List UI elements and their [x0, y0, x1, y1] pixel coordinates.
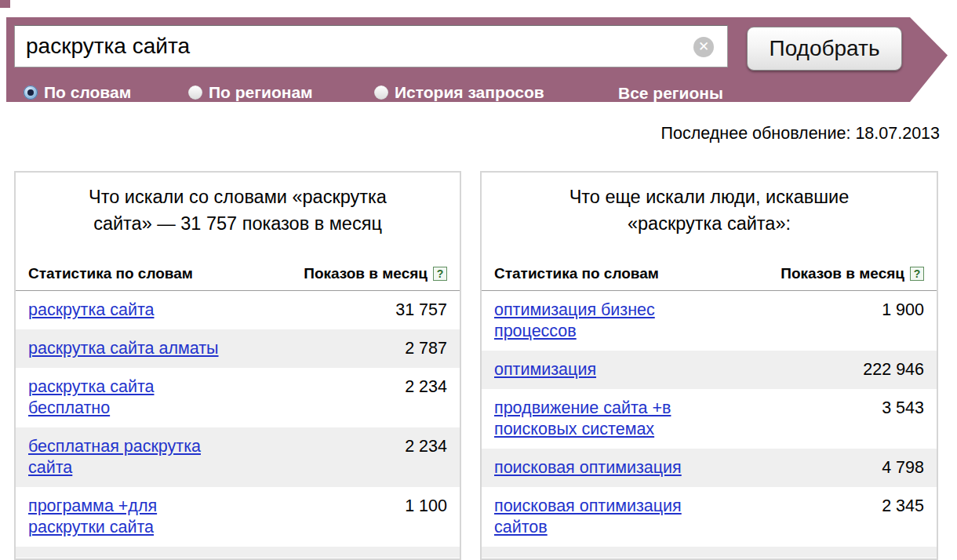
submit-button[interactable]: Подобрать: [747, 27, 902, 71]
table-row: поисковая оптимизация сайтов 2 345: [482, 487, 937, 547]
shows-value: 3 543: [882, 398, 924, 419]
banner-corner-fragment: [0, 0, 10, 8]
radio-query-history[interactable]: История запросов: [374, 83, 544, 102]
radio-by-words-label: По словам: [44, 83, 131, 102]
table-row: поисковая оптимизация 4 798: [482, 449, 937, 487]
search-banner: ✕ Подобрать По словам По регионам Истори…: [6, 17, 948, 102]
help-icon[interactable]: ?: [433, 267, 447, 281]
shows-value: 222 946: [863, 359, 924, 380]
shows-value: 1 900: [882, 300, 924, 321]
radio-query-history-label: История запросов: [395, 83, 544, 102]
panel-title: Что еще искали люди, искавшие «раскрутка…: [486, 184, 932, 237]
radio-unselected-icon[interactable]: [188, 85, 202, 100]
keyword-link[interactable]: оптимизация бизнес процессов: [494, 300, 655, 342]
table-row: раскрутка сайта бесплатно 2 234: [16, 368, 460, 427]
radio-by-regions-label: По регионам: [209, 83, 313, 102]
table-row: продвижение сайта +в поисковых системах …: [482, 389, 937, 449]
column-header-shows: Показов в месяц: [304, 265, 428, 282]
table-row: оптимизация бизнес процессов 1 900: [482, 291, 937, 351]
keyword-link[interactable]: бесплатная раскрутка сайта: [28, 436, 201, 478]
shows-value: 1 100: [405, 496, 447, 517]
shows-value: 2 345: [882, 496, 924, 517]
keyword-link[interactable]: раскрутка сайта: [28, 300, 154, 321]
shows-value: 2 234: [405, 376, 447, 398]
table-row: программа +для раскрутки сайта 1 100: [16, 487, 460, 547]
panel-related-queries: Что еще искали люди, искавшие «раскрутка…: [480, 171, 938, 560]
table-row: бесплатная раскрутка сайта 2 234: [16, 427, 460, 487]
table-header: Статистика по словам Показов в месяц ?: [482, 265, 937, 291]
last-update-text: Последнее обновление: 18.07.2013: [661, 124, 940, 144]
table-row: раскрутка сайта 31 757: [16, 291, 460, 329]
column-header-keywords: Статистика по словам: [28, 265, 193, 282]
shows-value: 4 798: [882, 457, 924, 478]
help-icon[interactable]: ?: [910, 267, 924, 281]
table-row-clipped: [482, 547, 937, 558]
radio-selected-icon[interactable]: [24, 85, 38, 100]
radio-unselected-icon[interactable]: [374, 85, 388, 100]
keyword-link[interactable]: оптимизация: [494, 359, 596, 380]
shows-value: 2 787: [405, 338, 447, 359]
column-header-keywords: Статистика по словам: [494, 265, 659, 282]
table-row: оптимизация 222 946: [482, 351, 937, 389]
table-row: раскрутка сайта алматы 2 787: [16, 329, 460, 368]
panel-search-stats: Что искали со словами «раскрутка сайта» …: [14, 171, 461, 560]
radio-by-words[interactable]: По словам: [24, 83, 131, 102]
table-row-clipped: [16, 547, 460, 558]
column-header-shows: Показов в месяц: [781, 265, 904, 282]
table-header: Статистика по словам Показов в месяц ?: [16, 265, 460, 291]
keyword-link[interactable]: раскрутка сайта алматы: [28, 338, 219, 359]
keyword-link[interactable]: продвижение сайта +в поисковых системах: [494, 398, 671, 440]
radio-by-regions[interactable]: По регионам: [188, 83, 313, 102]
shows-value: 31 757: [395, 300, 447, 321]
keyword-link[interactable]: программа +для раскрутки сайта: [28, 496, 157, 538]
shows-value: 2 234: [405, 436, 447, 457]
search-mode-row: По словам По регионам История запросов В…: [6, 83, 948, 115]
all-regions-link[interactable]: Все регионы: [618, 84, 723, 106]
panel-title: Что искали со словами «раскрутка сайта» …: [20, 184, 455, 237]
clear-icon[interactable]: ✕: [693, 37, 714, 57]
keyword-link[interactable]: поисковая оптимизация: [494, 457, 682, 478]
search-input[interactable]: [14, 25, 728, 67]
keyword-link[interactable]: поисковая оптимизация сайтов: [494, 496, 682, 538]
keyword-link[interactable]: раскрутка сайта бесплатно: [28, 376, 154, 419]
